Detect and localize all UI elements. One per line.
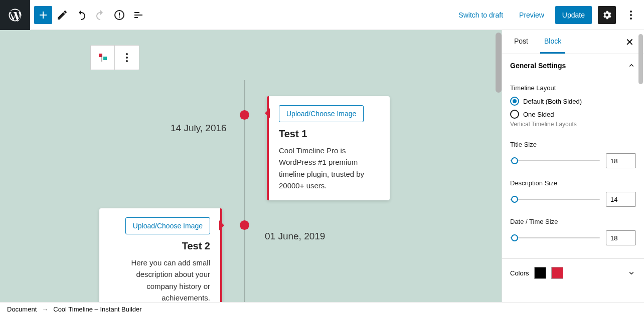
main-area: 14 July, 2016 Upload/Choose Image Test 1… (0, 30, 644, 302)
title-size-control (510, 153, 636, 168)
switch-to-draft-link[interactable]: Switch to draft (453, 7, 508, 23)
tab-block[interactable]: Block (540, 30, 565, 54)
date-size-label: Date / Time Size (510, 218, 636, 225)
preview-link[interactable]: Preview (514, 7, 549, 23)
timeline-card[interactable]: Upload/Choose Image Test 2 Here you can … (99, 208, 222, 302)
chevron-up-icon (627, 61, 636, 70)
date-size-control (510, 230, 636, 245)
upload-image-button[interactable]: Upload/Choose Image (125, 217, 210, 234)
card-title[interactable]: Test 1 (279, 128, 380, 140)
sidebar-tabs: Post Block ✕ (502, 30, 644, 54)
radio-one-sided[interactable]: One Sided (510, 110, 636, 119)
description-size-slider[interactable] (510, 196, 600, 202)
general-settings-toggle[interactable]: General Settings (502, 54, 644, 77)
timeline-date[interactable]: 01 June, 2019 (265, 231, 325, 242)
colors-panel-toggle[interactable]: Colors (502, 259, 644, 287)
info-button[interactable] (110, 6, 128, 24)
chevron-down-icon (627, 268, 636, 277)
timeline-card[interactable]: Upload/Choose Image Test 1 Cool Timeline… (267, 96, 390, 200)
card-description[interactable]: Here you can add small description about… (109, 257, 210, 302)
breadcrumb-bar: Document → Cool Timeline – Instant Build… (0, 302, 644, 316)
timeline-date[interactable]: 14 July, 2016 (171, 123, 227, 134)
breadcrumb-separator: → (42, 305, 48, 313)
color-swatch-secondary[interactable] (551, 267, 563, 279)
top-toolbar: Switch to draft Preview Update (0, 0, 644, 30)
wordpress-logo[interactable] (0, 0, 30, 30)
card-title[interactable]: Test 2 (109, 240, 210, 252)
title-size-input[interactable] (606, 153, 636, 168)
description-size-control (510, 192, 636, 207)
general-settings-body: Timeline Layout Default (Both Sided) One… (502, 77, 644, 259)
timeline-layout-label: Timeline Layout (510, 84, 636, 92)
title-size-label: Title Size (510, 141, 636, 148)
description-size-input[interactable] (606, 192, 636, 207)
close-sidebar-button[interactable]: ✕ (623, 34, 636, 50)
timeline-node (240, 220, 249, 230)
layout-radio-group: Default (Both Sided) One Sided (510, 97, 636, 119)
edit-button[interactable] (53, 6, 71, 24)
date-size-input[interactable] (606, 230, 636, 245)
sidebar-scrollbar[interactable] (638, 34, 643, 84)
breadcrumb-document[interactable]: Document (7, 305, 37, 313)
date-size-slider[interactable] (510, 235, 600, 241)
outline-button[interactable] (129, 6, 147, 24)
radio-default-both-sided[interactable]: Default (Both Sided) (510, 97, 636, 106)
colors-label: Colors (510, 269, 529, 277)
layout-hint: Vertical Timeline Layouts (510, 121, 636, 128)
timeline-block: 14 July, 2016 Upload/Choose Image Test 1… (0, 30, 502, 302)
canvas-scrollbar[interactable] (496, 33, 502, 93)
more-menu-button[interactable] (622, 6, 640, 24)
upload-image-button[interactable]: Upload/Choose Image (279, 105, 364, 122)
editor-canvas[interactable]: 14 July, 2016 Upload/Choose Image Test 1… (0, 30, 502, 302)
toolbar-right-group: Switch to draft Preview Update (453, 6, 640, 24)
redo-button[interactable] (91, 6, 109, 24)
radio-label: Default (Both Sided) (523, 98, 582, 105)
radio-label: One Sided (523, 111, 554, 118)
card-description[interactable]: Cool Timeline Pro is WordPress #1 premiu… (279, 145, 380, 191)
timeline-node (240, 110, 249, 120)
section-title: General Settings (510, 62, 566, 70)
settings-sidebar: Post Block ✕ General Settings Timeline L… (502, 30, 644, 302)
title-size-slider[interactable] (510, 158, 600, 164)
add-block-button[interactable] (34, 6, 52, 24)
breadcrumb-current[interactable]: Cool Timeline – Instant Builder (53, 305, 141, 313)
settings-button[interactable] (598, 6, 616, 24)
toolbar-left-group (34, 6, 147, 24)
tab-post[interactable]: Post (510, 30, 532, 54)
update-button[interactable]: Update (555, 6, 592, 24)
description-size-label: Description Size (510, 179, 636, 187)
undo-button[interactable] (72, 6, 90, 24)
color-swatch-primary[interactable] (534, 267, 546, 279)
